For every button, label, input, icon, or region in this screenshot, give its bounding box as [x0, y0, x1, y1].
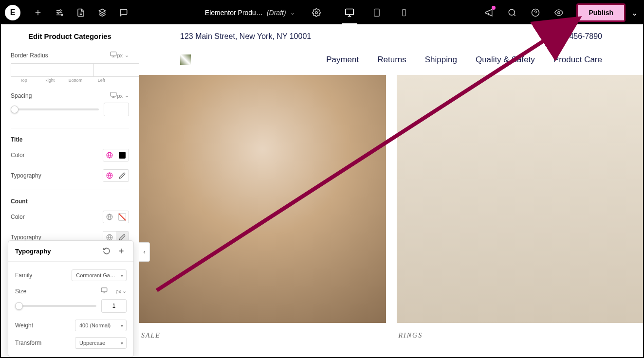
svg-point-7 — [509, 9, 515, 15]
title-color-label: Color — [11, 152, 25, 159]
spacing-input[interactable] — [104, 103, 129, 116]
svg-rect-16 — [102, 288, 108, 292]
global-color-icon[interactable] — [103, 211, 116, 223]
product-card[interactable]: SALE — [139, 75, 386, 348]
product-card[interactable]: RINGS — [397, 75, 644, 348]
typography-popover: Typography Family Cormorant Ga… Size px — [8, 240, 134, 357]
size-label: Size — [15, 288, 26, 295]
svg-point-2 — [61, 14, 63, 16]
count-section-heading: Count — [1, 194, 139, 207]
title-typo-label: Typography — [11, 172, 41, 179]
device-desktop[interactable] — [340, 3, 359, 22]
editor-sidebar: Edit Product Categories Border Radius px… — [1, 24, 139, 357]
preview-canvas: ‹ 123 Main Street, New York, NY 10001 12… — [139, 24, 643, 357]
product-label: SALE — [139, 323, 386, 348]
settings-sliders-icon[interactable] — [50, 3, 69, 22]
count-color-label: Color — [11, 214, 25, 220]
comment-icon[interactable] — [114, 3, 133, 22]
global-color-icon[interactable] — [103, 149, 116, 161]
phone-text: 123-456-7890 — [553, 32, 602, 41]
add-icon[interactable] — [116, 246, 127, 256]
page-status: (Draft) — [267, 9, 286, 17]
collapse-sidebar-icon[interactable]: ‹ — [139, 242, 150, 262]
corner-label: Right — [37, 78, 62, 83]
product-image — [397, 75, 644, 323]
spacing-slider[interactable] — [11, 108, 99, 110]
menu-item[interactable]: Returns — [377, 55, 406, 65]
device-switcher — [340, 3, 414, 22]
menu-item[interactable]: Shipping — [425, 55, 457, 65]
unit-selector[interactable]: px ⌄ — [117, 52, 129, 58]
svg-rect-6 — [402, 9, 405, 16]
page-title: Elementor Produ… — [205, 9, 263, 17]
title-section-heading: Title — [1, 132, 139, 145]
family-select[interactable]: Cormorant Ga… — [72, 269, 127, 281]
spacing-label: Spacing — [11, 92, 110, 99]
corner-label: Left — [89, 78, 114, 83]
chevron-down-icon[interactable]: ⌄ — [290, 9, 295, 16]
family-label: Family — [15, 272, 32, 279]
add-icon[interactable] — [28, 3, 48, 22]
search-icon[interactable] — [502, 3, 522, 22]
reset-icon[interactable] — [101, 246, 112, 256]
global-typo-icon[interactable] — [103, 170, 116, 181]
site-menu: Payment Returns Shipping Quality & Safet… — [326, 55, 602, 65]
radius-top-input[interactable] — [11, 63, 93, 77]
svg-point-0 — [60, 10, 61, 11]
site-logo[interactable] — [180, 54, 191, 65]
product-image — [139, 75, 386, 323]
border-radius-label: Border Radius — [11, 52, 110, 59]
svg-rect-11 — [111, 92, 117, 96]
no-color-swatch[interactable] — [116, 211, 129, 223]
svg-point-3 — [315, 12, 317, 14]
page-title-group[interactable]: Elementor Produ… (Draft) ⌄ — [199, 9, 301, 17]
preview-icon[interactable] — [549, 3, 569, 22]
count-typo-label: Typography — [11, 234, 41, 241]
sidebar-title: Edit Product Categories — [1, 24, 139, 48]
help-icon[interactable] — [526, 3, 545, 22]
unit-selector[interactable]: px ⌄ — [117, 92, 129, 99]
svg-point-1 — [57, 12, 59, 14]
menu-item[interactable]: Quality & Safety — [476, 55, 535, 65]
layers-icon[interactable] — [92, 3, 112, 22]
corner-label: Top — [11, 78, 37, 83]
radius-right-input[interactable] — [93, 63, 139, 77]
size-slider[interactable] — [15, 305, 96, 307]
address-text: 123 Main Street, New York, NY 10001 — [180, 32, 311, 41]
phone-icon — [542, 33, 550, 40]
corner-label: Bottom — [63, 78, 89, 83]
color-swatch[interactable] — [116, 149, 129, 161]
transform-select[interactable]: Uppercase — [75, 337, 127, 349]
size-input[interactable] — [101, 299, 127, 313]
weight-label: Weight — [15, 322, 33, 329]
device-mobile[interactable] — [394, 3, 414, 22]
responsive-icon[interactable] — [110, 51, 117, 59]
announcements-icon[interactable] — [479, 3, 498, 22]
weight-select[interactable]: 400 (Normal) — [75, 320, 127, 331]
publish-dropdown-icon[interactable]: ⌄ — [629, 8, 639, 18]
menu-item[interactable]: Product Care — [553, 55, 602, 65]
svg-rect-4 — [345, 9, 353, 15]
transform-label: Transform — [15, 340, 41, 346]
responsive-icon[interactable] — [110, 91, 117, 100]
elementor-logo[interactable]: E — [5, 5, 20, 20]
gear-icon[interactable] — [307, 3, 326, 22]
edit-typo-icon[interactable] — [116, 170, 129, 181]
product-label: RINGS — [397, 323, 644, 348]
device-tablet[interactable] — [367, 3, 386, 22]
popover-title: Typography — [15, 248, 51, 255]
svg-rect-10 — [111, 52, 117, 56]
app-topbar: E Elementor Produ… (Draft) ⌄ Publish ⌄ — [1, 1, 643, 24]
document-icon[interactable] — [71, 3, 91, 22]
responsive-icon[interactable] — [101, 287, 108, 295]
menu-item[interactable]: Payment — [326, 55, 359, 65]
size-unit[interactable]: px ⌄ — [115, 288, 127, 294]
publish-button[interactable]: Publish — [576, 3, 626, 22]
svg-point-9 — [558, 12, 560, 14]
